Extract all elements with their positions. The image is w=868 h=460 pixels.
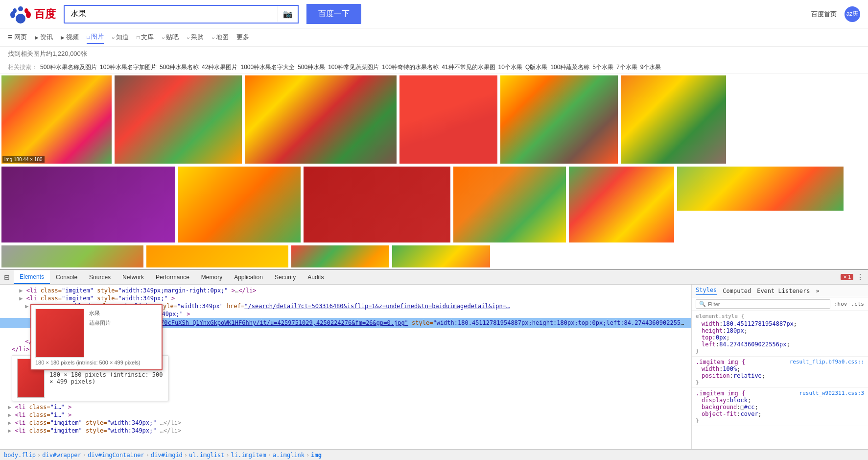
related-link-9[interactable]: 41种不常见的水果图: [442, 63, 495, 72]
related-link-4[interactable]: 42种水果图片: [202, 63, 237, 72]
breadcrumb-sep-2: ›: [83, 452, 86, 459]
element-line-2[interactable]: ▶ <li class="imgitem" style="width:349px…: [0, 294, 691, 302]
breadcrumb-item-imglist[interactable]: ul.imglist: [189, 452, 224, 459]
tab-more[interactable]: »: [816, 288, 820, 294]
img-item-7[interactable]: [1, 167, 175, 242]
nav-item-wenku[interactable]: □ 文库: [137, 31, 154, 44]
devtools-tab-sources[interactable]: Sources: [83, 271, 117, 284]
related-link-8[interactable]: 100种奇特的水果名称: [382, 63, 439, 72]
tieba-icon: ○: [162, 35, 164, 40]
user-avatar[interactable]: az庆: [845, 6, 860, 22]
nav-item-more[interactable]: 更多: [236, 31, 249, 44]
devtools-tab-elements[interactable]: Elements: [14, 270, 50, 284]
nav-item-news[interactable]: ▶ 资讯: [35, 31, 53, 44]
related-link-7[interactable]: 100种常见蔬菜图片: [328, 63, 379, 72]
tooltip-info: 水果 蔬菜图片: [89, 309, 111, 358]
video-icon: ▶: [61, 35, 65, 40]
baidu-logo-icon: [8, 5, 33, 24]
image-icon: □: [87, 34, 90, 40]
img-item-12[interactable]: [677, 167, 844, 211]
nav-item-webpage[interactable]: ☰ 网页: [8, 31, 27, 44]
devtools-toggle-icon[interactable]: ⊟: [0, 273, 14, 281]
img-item-14[interactable]: [146, 245, 288, 267]
breadcrumb-item-imglink[interactable]: a.imglink: [273, 452, 305, 459]
news-icon: ▶: [35, 35, 39, 40]
related-link-1[interactable]: 500种水果名称及图片: [40, 63, 97, 72]
breadcrumb-sep-1: ›: [37, 452, 41, 459]
breadcrumb: body.flip › div#wrapper › div#imgContain…: [0, 449, 868, 460]
webpage-icon: ☰: [8, 34, 13, 41]
breadcrumb-sep-3: ›: [146, 452, 149, 459]
img-item-15[interactable]: [291, 245, 389, 267]
img-item-9[interactable]: [304, 167, 450, 242]
devtools-tab-console[interactable]: Console: [50, 271, 83, 284]
svg-point-3: [16, 14, 25, 24]
nav-item-tieba[interactable]: ○ 贴吧: [162, 31, 179, 44]
search-input[interactable]: [65, 6, 278, 23]
filter-icon: 🔍: [699, 301, 706, 307]
tab-computed[interactable]: Computed: [723, 288, 751, 294]
devtools-tab-audits[interactable]: Audits: [302, 271, 329, 284]
devtools-tab-security[interactable]: Security: [269, 271, 302, 284]
element-line-li-c[interactable]: ▶ <li class="imgitem" style="width:349px…: [0, 419, 691, 427]
img-item-5[interactable]: [500, 75, 618, 164]
breadcrumb-item-imgid[interactable]: div#imgid: [151, 452, 183, 459]
img-item-11[interactable]: [569, 167, 674, 242]
nav-bar: ☰ 网页 ▶ 资讯 ▶ 视频 □ 图片 ○ 知道 □ 文库 ○ 贴吧 ○ 采购 …: [0, 28, 868, 47]
img-item-3[interactable]: [245, 75, 397, 164]
search-button[interactable]: 百度一下: [306, 4, 361, 24]
devtools-more-icon[interactable]: ⋮: [856, 272, 864, 282]
element-line-li-a[interactable]: ▶ <li class="i…" >: [0, 403, 691, 411]
devtools-tab-network[interactable]: Network: [117, 271, 150, 284]
related-link-12[interactable]: 100种蔬菜名称: [550, 63, 589, 72]
filter-row: 🔍 :hov .cls: [692, 297, 868, 311]
related-link-14[interactable]: 7个水果: [616, 63, 637, 72]
related-link-3[interactable]: 500种水果名称: [160, 63, 199, 72]
related-link-5[interactable]: 1000种水果名字大全: [240, 63, 295, 72]
tab-event-listeners[interactable]: Event Listeners: [757, 288, 810, 294]
img-item-16[interactable]: [392, 245, 490, 267]
homepage-link[interactable]: 百度首页: [811, 10, 837, 19]
img-item-4[interactable]: [399, 75, 497, 164]
tooltip-dimensions: 180 × 180 pixels (intrinsic: 500 × 499 p…: [35, 360, 158, 365]
breadcrumb-item-imgcontainer[interactable]: div#imgContainer: [88, 452, 144, 459]
hov-button[interactable]: :hov: [834, 301, 847, 307]
related-link-15[interactable]: 9个水果: [640, 63, 661, 72]
img-item-13[interactable]: [1, 245, 143, 267]
breadcrumb-item-body[interactable]: body.flip: [4, 452, 36, 459]
nav-item-caigou[interactable]: ○ 采购: [187, 31, 204, 44]
related-link-13[interactable]: 5个水果: [592, 63, 613, 72]
nav-item-zhidao[interactable]: ○ 知道: [112, 31, 129, 44]
filter-input[interactable]: [708, 301, 827, 307]
wenku-icon: □: [137, 35, 140, 40]
img-item-2[interactable]: [115, 75, 242, 164]
devtools-tab-performance[interactable]: Performance: [150, 271, 195, 284]
cls-button[interactable]: .cls: [851, 301, 865, 307]
tab-styles[interactable]: Styles: [696, 287, 717, 295]
element-line-1[interactable]: ▶ <li class="imgitem" style="width:349px…: [0, 287, 691, 294]
img-item-6[interactable]: [621, 75, 726, 164]
devtools-tab-memory[interactable]: Memory: [195, 271, 228, 284]
breadcrumb-item-wrapper[interactable]: div#wrapper: [42, 452, 81, 459]
related-link-11[interactable]: Q版水果: [525, 63, 547, 72]
zhidao-icon: ○: [112, 35, 115, 40]
devtools-tab-application[interactable]: Application: [228, 271, 269, 284]
breadcrumb-sep-5: ›: [226, 452, 229, 459]
img-item-1[interactable]: img 180.44 × 180: [1, 75, 112, 164]
element-line-li-b[interactable]: ▶ <li class="i…" >: [0, 411, 691, 419]
related-link-2[interactable]: 100种水果名字加图片: [100, 63, 157, 72]
camera-icon[interactable]: 📷: [278, 6, 298, 22]
devtools-error-badge: ✕ 1: [841, 274, 853, 280]
nav-item-video[interactable]: ▶ 视频: [61, 31, 79, 44]
related-link-10[interactable]: 10个水果: [498, 63, 522, 72]
related-link-6[interactable]: 500种水果: [298, 63, 325, 72]
logo[interactable]: 百度: [8, 5, 56, 24]
img-item-10[interactable]: [453, 167, 566, 242]
svg-point-4: [13, 8, 17, 13]
breadcrumb-item-img[interactable]: img: [311, 452, 322, 459]
breadcrumb-item-imgitem[interactable]: li.imgitem: [231, 452, 266, 459]
img-item-8[interactable]: [178, 167, 301, 242]
nav-item-image[interactable]: □ 图片: [87, 30, 104, 44]
nav-item-map[interactable]: ○ 地图: [211, 31, 229, 44]
element-line-li-d[interactable]: ▶ <li class="imgitem" style="width:349px…: [0, 427, 691, 435]
